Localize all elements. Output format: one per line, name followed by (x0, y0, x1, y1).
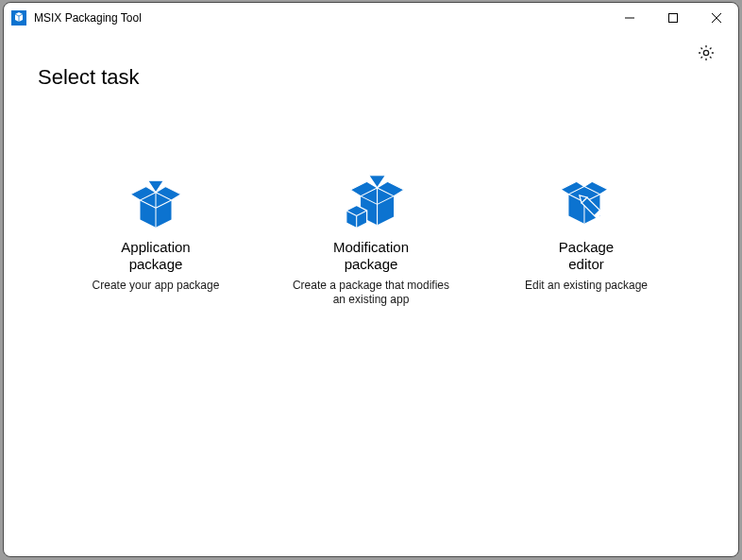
close-button[interactable] (695, 3, 738, 33)
tile-desc: Create a package that modifies an existi… (282, 279, 460, 307)
window-title: MSIX Packaging Tool (34, 11, 142, 25)
minimize-button[interactable] (608, 3, 651, 33)
app-icon (11, 10, 26, 25)
app-window: MSIX Packaging Tool Select task (3, 2, 739, 557)
box-with-pencil-icon (497, 169, 675, 233)
open-box-icon (67, 169, 245, 233)
maximize-button[interactable] (651, 3, 695, 33)
tile-desc: Edit an existing package (497, 279, 675, 293)
tile-modification-package[interactable]: Modification package Create a package th… (277, 163, 465, 313)
tile-application-package[interactable]: Application package Create your app pack… (61, 163, 250, 313)
tile-desc: Create your app package (67, 279, 245, 293)
page-title: Select task (38, 65, 140, 90)
gear-icon (697, 43, 716, 65)
open-box-with-small-box-icon (282, 169, 460, 233)
tile-title: Modification package (282, 239, 460, 273)
tile-title: Package editor (497, 239, 675, 273)
settings-button[interactable] (691, 39, 721, 69)
content-header: Select task (4, 33, 738, 90)
task-tiles: Application package Create your app pack… (4, 90, 738, 313)
titlebar: MSIX Packaging Tool (4, 3, 738, 33)
svg-point-5 (703, 50, 708, 55)
tile-package-editor[interactable]: Package editor Edit an existing package (492, 163, 681, 313)
svg-rect-2 (669, 14, 678, 23)
tile-title: Application package (67, 239, 245, 273)
